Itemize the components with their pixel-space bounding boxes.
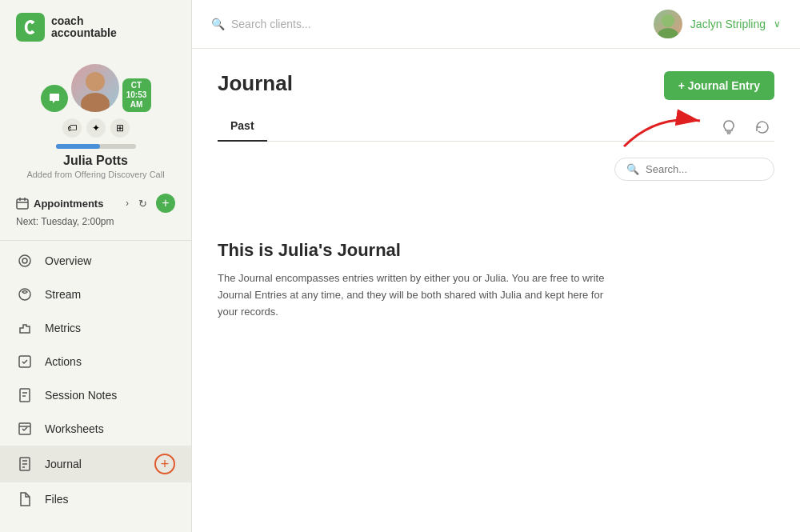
lightbulb-icon [721, 119, 737, 135]
progress-bar-fill [56, 144, 100, 149]
main-content: 🔍 Search clients... Jaclyn Stripling ∨ J… [192, 0, 800, 532]
page-title: Journal [218, 71, 293, 96]
coach-avatar[interactable] [654, 10, 682, 38]
sidebar-item-worksheets[interactable]: Worksheets [0, 412, 191, 446]
sidebar-item-stream-label: Stream [45, 288, 175, 301]
client-avatar-image [71, 64, 119, 112]
search-clients-placeholder: Search clients... [231, 18, 311, 30]
logo-area: coach accountable [0, 0, 191, 54]
nav-menu: OverviewStreamMetricsActionsSession Note… [0, 244, 191, 516]
files-icon [16, 490, 34, 508]
lightbulb-icon-btn[interactable] [717, 115, 741, 139]
journal-search[interactable]: 🔍 [614, 158, 774, 181]
logo-line2: accountable [51, 27, 117, 39]
calendar-icon [16, 197, 29, 210]
svg-point-1 [86, 72, 105, 91]
sidebar: coach accountable CT 10:53 AM [0, 0, 192, 532]
svg-point-21 [658, 28, 678, 38]
sidebar-item-files-label: Files [45, 493, 175, 506]
client-avatar [71, 64, 119, 112]
avatar-icons: 🏷 ✦ ⊞ [62, 118, 130, 138]
avatar-row: CT 10:53 AM [41, 64, 151, 112]
actions-icon [16, 353, 34, 370]
star-icon[interactable]: ✦ [86, 118, 106, 138]
svg-point-8 [22, 258, 27, 263]
appointments-add[interactable]: + [156, 194, 175, 213]
refresh-icon [754, 119, 770, 135]
logo-line1: coach [51, 15, 117, 27]
sidebar-item-overview[interactable]: Overview [0, 244, 191, 278]
search-bar-container: 🔍 [218, 158, 774, 205]
appointments-next: Next: Tuesday, 2:00pm [0, 216, 191, 237]
search-clients-field[interactable]: 🔍 Search clients... [211, 18, 641, 30]
overview-icon [16, 252, 34, 270]
svg-point-2 [81, 93, 110, 112]
journal-empty-title: This is Julia's Journal [218, 240, 618, 261]
session-notes-icon [16, 386, 34, 404]
stream-icon [16, 286, 34, 303]
sidebar-item-actions-label: Actions [45, 355, 175, 368]
svg-rect-3 [17, 199, 28, 209]
journal-empty-state: This is Julia's Journal The Journal enco… [218, 224, 618, 336]
sidebar-item-stream[interactable]: Stream [0, 278, 191, 311]
search-bar-icon: 🔍 [626, 163, 639, 175]
sidebar-item-journal-label: Journal [45, 458, 143, 470]
user-profile: CT 10:53 AM 🏷 ✦ ⊞ Julia Potts Added from… [0, 54, 191, 186]
journal-search-input[interactable] [646, 163, 762, 175]
username-topbar[interactable]: Jaclyn Stripling [690, 18, 766, 30]
svg-rect-0 [16, 13, 45, 42]
header-right: + Journal Entry [664, 71, 774, 100]
client-subtitle: Added from Offering Discovery Call [26, 170, 164, 179]
time-badge: CT 10:53 AM [122, 78, 151, 112]
tabs-row: Past [218, 113, 774, 142]
coach-accountable-logo [16, 13, 45, 42]
content-area: Journal + Journal Entry Past [192, 49, 800, 532]
svg-point-7 [19, 255, 30, 266]
add-journal-entry-button[interactable]: + Journal Entry [664, 71, 774, 100]
worksheets-icon [16, 420, 34, 438]
refresh-icon-btn[interactable] [750, 115, 774, 139]
sidebar-item-metrics-label: Metrics [45, 322, 175, 334]
tab-past[interactable]: Past [218, 113, 267, 142]
metrics-icon [16, 319, 34, 337]
user-dropdown-chevron: ∨ [774, 18, 781, 30]
sidebar-item-journal[interactable]: Journal+ [0, 446, 191, 482]
appointments-chevron: › [126, 198, 129, 209]
message-icon [48, 92, 61, 105]
topbar: 🔍 Search clients... Jaclyn Stripling ∨ [192, 0, 800, 49]
nav-divider [0, 240, 191, 241]
progress-bar [56, 144, 136, 149]
tab-actions [717, 115, 774, 139]
appointments-label: Appointments [34, 198, 121, 210]
sidebar-item-files[interactable]: Files [0, 482, 191, 516]
journal-add-button[interactable]: + [154, 454, 175, 474]
sidebar-item-overview-label: Overview [45, 254, 175, 267]
logo-text: coach accountable [51, 15, 117, 40]
journal-icon [16, 455, 34, 473]
tag-icon[interactable]: 🏷 [62, 118, 82, 138]
grid-icon[interactable]: ⊞ [110, 118, 130, 138]
coach-avatar-image [654, 10, 682, 38]
sidebar-item-session-notes[interactable]: Session Notes [0, 378, 191, 412]
journal-empty-description: The Journal encompasses entries written … [218, 270, 618, 320]
sidebar-item-session-notes-label: Session Notes [45, 389, 175, 402]
search-clients-icon: 🔍 [211, 18, 225, 30]
sidebar-item-actions[interactable]: Actions [0, 345, 191, 378]
page-header: Journal + Journal Entry [218, 71, 774, 100]
appointments-row[interactable]: Appointments › ↻ + [0, 186, 191, 216]
message-button[interactable] [41, 85, 68, 112]
svg-point-20 [662, 14, 674, 27]
appointments-refresh[interactable]: ↻ [134, 194, 151, 212]
svg-rect-11 [20, 389, 30, 402]
topbar-right: Jaclyn Stripling ∨ [654, 10, 781, 38]
sidebar-item-worksheets-label: Worksheets [45, 422, 175, 435]
tab-past-label: Past [230, 119, 254, 132]
client-name: Julia Potts [63, 154, 128, 168]
sidebar-item-metrics[interactable]: Metrics [0, 311, 191, 345]
